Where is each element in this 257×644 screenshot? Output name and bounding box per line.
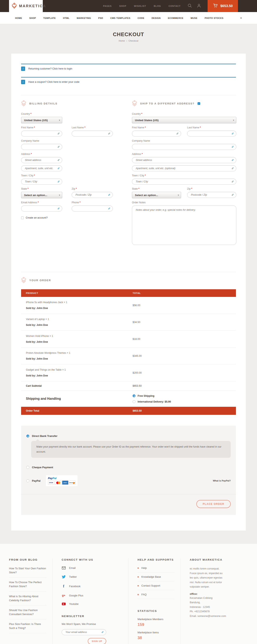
- required-mark: *: [145, 174, 146, 177]
- category-nav-link[interactable]: HOME: [15, 17, 22, 19]
- category-nav-link[interactable]: CODE: [138, 17, 144, 19]
- payment-method-bank[interactable]: Direct Bank Transfer: [26, 434, 231, 438]
- category-nav-link[interactable]: SHOP: [29, 17, 36, 19]
- top-nav-link[interactable]: WISHLIST: [134, 5, 146, 7]
- billing-apartment-input[interactable]: [21, 165, 62, 171]
- social-link-youtube[interactable]: ▶ Youtube: [62, 602, 122, 606]
- search-icon[interactable]: [188, 4, 192, 9]
- breadcrumb-current: Checkout: [128, 40, 138, 42]
- shipping-apartment-input[interactable]: [132, 165, 236, 171]
- billing-town-input[interactable]: [21, 178, 62, 184]
- social-link-twitter[interactable]: Twitter: [62, 575, 122, 579]
- radio-selected-icon[interactable]: [26, 434, 29, 438]
- edit-pen-icon: [58, 180, 60, 183]
- category-nav-link[interactable]: HTML: [63, 17, 70, 19]
- shipping-country-select[interactable]: United States (US): [132, 117, 236, 123]
- category-nav-link[interactable]: ECOMMERCE: [168, 17, 183, 19]
- edit-pen-icon: [232, 158, 234, 161]
- top-nav-link[interactable]: CONTACT: [169, 5, 181, 7]
- shipping-street-input[interactable]: [132, 157, 236, 163]
- radio-icon[interactable]: [26, 479, 29, 482]
- nav-more-icon[interactable]: »: [240, 17, 243, 19]
- payment-method-paypal[interactable]: PayPal PayPal VISA AMEX DISCOVER What is…: [26, 475, 231, 486]
- top-nav-link[interactable]: SHOP: [119, 5, 126, 7]
- radio-icon[interactable]: [132, 400, 136, 403]
- place-order-button[interactable]: PLACE ORDER: [196, 500, 231, 508]
- radio-icon[interactable]: [26, 466, 29, 469]
- billing-phone-input[interactable]: [72, 206, 113, 212]
- help-link[interactable]: FAQ: [138, 590, 174, 599]
- blog-post-link[interactable]: How To Choose The Perfect Fashion Store?: [9, 578, 46, 591]
- shipping-town-input[interactable]: [132, 178, 236, 184]
- category-nav-link[interactable]: PSD: [98, 17, 103, 19]
- billing-zip-input[interactable]: [72, 192, 113, 198]
- category-nav-link[interactable]: MARKETING: [77, 17, 91, 19]
- help-link[interactable]: Help: [138, 566, 174, 572]
- coupon-link[interactable]: Click here to enter your code: [48, 80, 80, 83]
- billing-last-name-input[interactable]: [72, 130, 113, 136]
- shipping-last-name-input[interactable]: [187, 130, 236, 136]
- signup-button[interactable]: SIGN UP: [88, 638, 106, 644]
- required-mark: *: [76, 188, 77, 190]
- blog-post-link[interactable]: Should You Use Fashion Consultant Servic…: [9, 606, 46, 619]
- breadcrumb: Home › Checkout: [0, 40, 257, 42]
- shipping-company-input[interactable]: [132, 144, 236, 150]
- paypal-logo: Pay: [48, 477, 52, 480]
- required-mark: *: [30, 112, 32, 115]
- order-total-label: Order Total: [26, 410, 132, 412]
- cart-button[interactable]: $653.50: [208, 0, 238, 12]
- order-notes-textarea[interactable]: [132, 206, 236, 245]
- billing-street-input[interactable]: [21, 157, 62, 163]
- billing-state-select[interactable]: Select an option...: [21, 192, 62, 198]
- top-nav-link[interactable]: PAGES: [103, 5, 112, 7]
- help-link[interactable]: Contact Support: [138, 581, 174, 590]
- newsletter-email-input[interactable]: [62, 629, 106, 635]
- coupon-notice-text: Have a coupon?: [28, 80, 46, 83]
- field-label: First Name: [21, 126, 33, 129]
- payment-method-cheque[interactable]: Cheque Payment: [26, 466, 231, 469]
- social-link-google-plus[interactable]: g+ Google Plus: [62, 594, 122, 597]
- brand-logo[interactable]: MARKETICA: [9, 0, 43, 12]
- category-nav-link[interactable]: DESIGN: [152, 17, 160, 19]
- facebook-icon: f: [62, 584, 66, 588]
- billing-country-select[interactable]: United States (US): [21, 117, 62, 123]
- field-label: Country: [21, 112, 30, 115]
- shipping-option-international[interactable]: International Delivery: $5.90: [132, 400, 231, 403]
- shipping-option-free[interactable]: Free Shipping: [132, 394, 231, 397]
- social-link-facebook[interactable]: f Facebook: [62, 584, 122, 588]
- social-label: Facebook: [69, 585, 80, 588]
- help-link-label: Contact Support: [141, 584, 160, 587]
- twitter-icon: [62, 575, 66, 579]
- category-nav-link[interactable]: PHOTO STOCKS: [204, 17, 224, 19]
- login-link[interactable]: Click here to login: [52, 67, 72, 70]
- what-is-paypal-link[interactable]: What is PayPal?: [213, 480, 231, 482]
- blog-post-link[interactable]: Plus Size Fashion: Is There Such a Thing…: [9, 619, 46, 633]
- info-icon: i: [21, 66, 25, 71]
- field-label: Last Name: [187, 126, 199, 129]
- cart-total: $653.50: [220, 4, 233, 8]
- page-head: CHECKOUT Home › Checkout: [0, 24, 257, 48]
- edit-pen-icon: [232, 180, 234, 183]
- blog-post-link[interactable]: What is So Alluring About Celebrity Fash…: [9, 592, 46, 606]
- blog-post-link[interactable]: How To Start Your Own Fashion Store?: [9, 566, 46, 578]
- edit-pen-icon: [232, 193, 234, 196]
- category-nav-link[interactable]: TEMPLATE: [43, 17, 56, 19]
- category-nav-link[interactable]: CMS TEMPLATES: [110, 17, 130, 19]
- billing-company-input[interactable]: [21, 144, 62, 150]
- billing-email-input[interactable]: [21, 206, 62, 212]
- login-notice: i Returning customer? Click here to logi…: [21, 64, 236, 74]
- shipping-state-select[interactable]: Select an option...: [132, 192, 181, 198]
- billing-first-name-input[interactable]: [21, 130, 62, 136]
- help-link[interactable]: Knowladge Base: [138, 572, 174, 581]
- ship-different-checkbox[interactable]: [198, 102, 200, 105]
- create-account-checkbox[interactable]: [21, 216, 24, 219]
- shipping-first-name-input[interactable]: [132, 130, 181, 136]
- shipping-zip-input[interactable]: [187, 192, 236, 198]
- breadcrumb-home[interactable]: Home: [119, 40, 125, 42]
- category-nav-link[interactable]: MUSE: [190, 17, 197, 19]
- account-icon[interactable]: [197, 4, 201, 9]
- required-mark: *: [200, 126, 201, 129]
- top-nav-link[interactable]: BLOG: [154, 5, 161, 7]
- radio-selected-icon[interactable]: [132, 394, 136, 397]
- social-link-email[interactable]: Email: [62, 566, 122, 570]
